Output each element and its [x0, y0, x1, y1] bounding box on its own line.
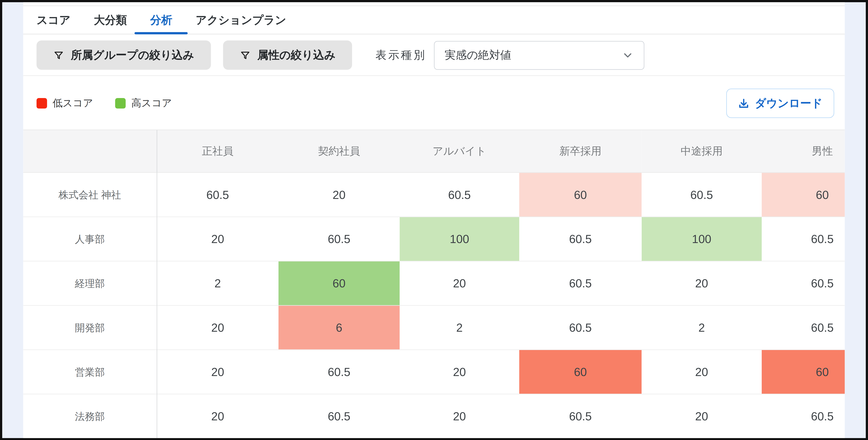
table-cell: 100: [642, 217, 762, 261]
score-table-wrap: 正社員契約社員アルバイト新卒採用中途採用男性株式会社 神社60.52060.56…: [23, 129, 845, 438]
legend-item: 低スコア: [36, 96, 93, 110]
table-row: 開発部206260.5260.5: [23, 305, 845, 350]
column-header: 新卒採用: [519, 130, 642, 173]
table-row: 人事部2060.510060.510060.5: [23, 217, 845, 261]
tab-score[interactable]: スコア: [28, 6, 80, 34]
row-label: 経理部: [23, 261, 157, 305]
legend-row: 低スコア高スコア ダウンロード: [23, 77, 845, 129]
row-label: 法務部: [23, 394, 157, 438]
filter-icon: [53, 50, 64, 61]
table-cell: 2: [400, 305, 519, 350]
attribute-filter-button[interactable]: 属性の絞り込み: [223, 40, 352, 70]
tab-bar: スコア大分類分析アクションプラン: [23, 5, 845, 34]
row-label: 人事部: [23, 217, 157, 261]
display-type-value: 実感の絶対値: [444, 48, 512, 62]
table-cell: 20: [157, 217, 278, 261]
table-cell: 60: [278, 261, 400, 305]
attribute-filter-label: 属性の絞り込み: [257, 48, 336, 62]
content-card: スコア大分類分析アクションプラン 所属グループの絞り込み 属性の絞り込み 表示種…: [23, 2, 845, 438]
screenshot-frame: スコア大分類分析アクションプラン 所属グループの絞り込み 属性の絞り込み 表示種…: [0, 0, 868, 440]
table-cell: 60.5: [519, 394, 642, 438]
download-icon: [738, 97, 749, 109]
chevron-down-icon: [622, 49, 634, 61]
column-header: 正社員: [157, 130, 278, 173]
table-cell: 60.5: [762, 394, 845, 438]
tab-action-plan[interactable]: アクションプラン: [187, 6, 295, 34]
legend-item: 高スコア: [115, 96, 172, 110]
table-cell: 60.5: [400, 173, 519, 217]
table-cell: 60.5: [762, 261, 845, 305]
table-cell: 60: [762, 350, 845, 394]
filter-icon: [240, 50, 251, 61]
table-cell: 20: [642, 394, 762, 438]
row-label: 株式会社 神社: [23, 173, 157, 217]
row-label: 開発部: [23, 305, 157, 350]
score-table: 正社員契約社員アルバイト新卒採用中途採用男性株式会社 神社60.52060.56…: [23, 130, 845, 438]
group-filter-button[interactable]: 所属グループの絞り込み: [36, 40, 211, 70]
table-cell: 60: [762, 173, 845, 217]
row-label-header: [23, 130, 157, 173]
table-cell: 20: [642, 261, 762, 305]
filter-row: 所属グループの絞り込み 属性の絞り込み 表示種別 実感の絶対値: [23, 35, 845, 76]
scale-wrapper: スコア大分類分析アクションプラン 所属グループの絞り込み 属性の絞り込み 表示種…: [0, 0, 868, 440]
legend-swatch: [36, 98, 47, 108]
display-type-select[interactable]: 実感の絶対値: [434, 40, 645, 69]
tab-category[interactable]: 大分類: [85, 6, 136, 34]
table-cell: 20: [400, 350, 519, 394]
table-cell: 60.5: [157, 173, 278, 217]
table-cell: 20: [400, 261, 519, 305]
display-type-label: 表示種別: [375, 48, 426, 62]
table-cell: 60.5: [519, 217, 642, 261]
table-row: 法務部2060.52060.52060.5: [23, 394, 845, 438]
table-row: 株式会社 神社60.52060.56060.560: [23, 173, 845, 217]
legend-label: 低スコア: [53, 96, 93, 110]
table-cell: 6: [278, 305, 400, 350]
table-row: 営業部2060.520602060: [23, 350, 845, 394]
table-cell: 20: [642, 350, 762, 394]
tab-analysis[interactable]: 分析: [142, 6, 181, 34]
table-cell: 2: [157, 261, 278, 305]
group-filter-label: 所属グループの絞り込み: [71, 48, 194, 62]
table-cell: 60.5: [278, 350, 400, 394]
table-cell: 20: [157, 394, 278, 438]
row-label: 営業部: [23, 350, 157, 394]
table-cell: 2: [642, 305, 762, 350]
column-header: アルバイト: [400, 130, 519, 173]
table-cell: 60.5: [519, 305, 642, 350]
table-cell: 60.5: [278, 217, 400, 261]
table-cell: 60.5: [762, 305, 845, 350]
legend-label: 高スコア: [131, 96, 172, 110]
table-cell: 20: [157, 350, 278, 394]
table-cell: 100: [400, 217, 519, 261]
table-cell: 60.5: [519, 261, 642, 305]
table-cell: 20: [278, 173, 400, 217]
table-row: 経理部2602060.52060.5: [23, 261, 845, 305]
legend-swatch: [115, 98, 126, 108]
table-header-row: 正社員契約社員アルバイト新卒採用中途採用男性: [23, 130, 845, 173]
table-cell: 20: [157, 305, 278, 350]
column-header: 契約社員: [278, 130, 400, 173]
table-cell: 60: [519, 173, 642, 217]
download-label: ダウンロード: [755, 96, 823, 111]
score-legend: 低スコア高スコア: [36, 96, 172, 110]
table-cell: 60.5: [642, 173, 762, 217]
table-cell: 20: [400, 394, 519, 438]
column-header: 中途採用: [642, 130, 762, 173]
table-cell: 60.5: [278, 394, 400, 438]
download-button[interactable]: ダウンロード: [726, 88, 834, 118]
column-header: 男性: [762, 130, 845, 173]
table-cell: 60.5: [762, 217, 845, 261]
table-cell: 60: [519, 350, 642, 394]
